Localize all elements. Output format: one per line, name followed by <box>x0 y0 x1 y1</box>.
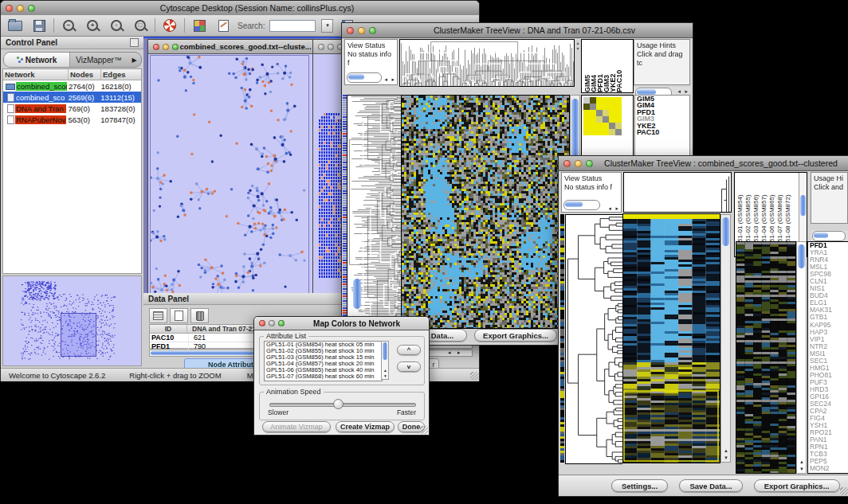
open-session-button[interactable] <box>6 18 25 34</box>
vscroll-thumb[interactable] <box>722 217 729 246</box>
close-button[interactable] <box>6 5 13 12</box>
help-button[interactable] <box>160 18 179 34</box>
col-nodes[interactable]: Nodes <box>69 69 101 80</box>
tab-network[interactable]: Network <box>4 53 70 67</box>
scroll-up-arrow[interactable]: ▲ <box>383 368 387 373</box>
attribute-list-item[interactable]: GPL51-01 (GSM854) heat shock 05 min <box>265 342 382 348</box>
col-network[interactable]: Network <box>3 69 69 80</box>
network-canvas-area[interactable] <box>150 55 309 299</box>
network-row[interactable]: DNA and Tran 07 769(0) 183728(0) <box>3 103 141 114</box>
mini-hscrollbar[interactable] <box>347 72 382 83</box>
scroll-left-arrow[interactable]: ◂ <box>448 348 451 357</box>
move-down-button[interactable]: v <box>397 361 421 372</box>
network-name[interactable]: DNA and Tran 07 <box>15 104 66 113</box>
zoom-button[interactable] <box>586 160 593 167</box>
network-name[interactable]: combined_sco <box>15 93 66 102</box>
search-dropdown-button[interactable]: ▼ <box>321 19 333 33</box>
network-name[interactable]: RNAPuberNov2+ <box>15 115 66 124</box>
treeview-action-button[interactable]: Export Graphics... <box>754 479 840 492</box>
scroll-down-arrow[interactable]: ▼ <box>799 467 804 471</box>
heatmap-zoomed[interactable] <box>736 241 796 474</box>
network-name[interactable]: combined_scores <box>16 82 67 91</box>
main-titlebar[interactable]: Cytoscape Desktop (Session Name: collins… <box>1 1 479 16</box>
minimize-button[interactable] <box>269 320 275 326</box>
close-button[interactable] <box>318 44 324 50</box>
network-row[interactable]: combined_scores 2764(0) 16218(0) <box>3 80 141 92</box>
correlation-matrix[interactable] <box>583 97 622 135</box>
dendrogram-vscroll-thumb[interactable] <box>353 279 361 309</box>
network-row[interactable]: combined_sco 2569(6) 13112(15) <box>3 92 141 103</box>
tab-vizmapper[interactable]: VizMapper™ <box>70 53 128 67</box>
gene-label[interactable]: MON2 <box>810 465 848 472</box>
dialog-titlebar[interactable]: Map Colors to Network <box>254 317 429 330</box>
save-session-button[interactable] <box>29 18 49 34</box>
adjacency-grid[interactable] <box>319 113 343 280</box>
float-panel-icon[interactable] <box>130 38 139 47</box>
scroll-down-arrow[interactable]: ▼ <box>383 373 387 378</box>
minimize-button[interactable] <box>358 27 365 34</box>
column-label[interactable]: PAC10 <box>615 41 622 92</box>
zoom-button[interactable] <box>172 44 179 50</box>
animate-vizmap-button[interactable]: Animate Vizmap <box>262 421 331 432</box>
minimize-button[interactable] <box>328 44 334 50</box>
scroll-up-arrow[interactable]: ▲ <box>724 448 728 453</box>
birds-eye-view[interactable] <box>2 275 142 366</box>
row-dendrogram[interactable] <box>347 95 402 346</box>
zoomed-vscrollbar[interactable]: ▲ ▼ <box>796 241 807 474</box>
zoom-button[interactable] <box>369 27 376 34</box>
attribute-list-item[interactable]: GPL51-06 (GSM865) heat shock 40 min <box>265 367 382 373</box>
mini-hscrollbar[interactable] <box>812 231 846 241</box>
search-input[interactable] <box>269 20 316 32</box>
zoom-button[interactable] <box>28 5 35 12</box>
zoom-in-button[interactable]: + <box>83 18 102 34</box>
scroll-down-arrow[interactable]: ▼ <box>724 455 728 460</box>
vscroll-thumb[interactable] <box>800 195 806 216</box>
heatmap-main[interactable] <box>401 95 570 329</box>
network-view-titlebar[interactable]: combined_scores_good.txt--cluste... <box>148 40 312 54</box>
heatmap-vscrollbar[interactable]: ▲ ▼ <box>720 214 731 463</box>
scroll-left-arrow[interactable]: ◂ <box>384 75 387 84</box>
column-label[interactable]: GIM4 <box>590 41 596 92</box>
close-button[interactable] <box>259 320 265 326</box>
network-table-header[interactable]: Network Nodes Edges <box>3 69 141 80</box>
pane-adjust-arrows[interactable]: ▴▾ <box>575 41 581 52</box>
new-attribute-button[interactable] <box>170 308 188 323</box>
move-up-button[interactable]: ^ <box>397 345 421 355</box>
heatmap-main[interactable] <box>622 213 720 463</box>
annotation-button[interactable] <box>214 18 233 34</box>
attribute-list-item[interactable]: GPL51-07 (GSM868) heat shock 60 min <box>265 373 382 380</box>
scroll-up-arrow[interactable]: ▲ <box>799 459 804 464</box>
close-button[interactable] <box>153 44 159 50</box>
create-vizmap-button[interactable]: Create Vizmap <box>336 421 395 432</box>
export-graphics-button[interactable]: Export Graphics... <box>474 329 557 342</box>
column-dendrogram[interactable] <box>399 39 575 87</box>
row-dendrogram[interactable] <box>565 214 622 464</box>
scroll-right-arrow[interactable]: ▸ <box>391 75 395 84</box>
tab-overflow-button[interactable]: ▶ <box>128 53 141 67</box>
column-label[interactable]: GIM3 <box>603 41 609 92</box>
vscroll-thumb[interactable] <box>383 342 387 360</box>
resize-grip[interactable] <box>420 426 428 434</box>
network-row[interactable]: RNAPuberNov2+ 563(0) 107847(0) <box>3 114 141 125</box>
mini-hscrollbar[interactable] <box>563 200 600 210</box>
speed-slider-thumb[interactable] <box>333 399 344 409</box>
minimize-button[interactable] <box>17 5 24 12</box>
resize-grip[interactable] <box>840 487 848 495</box>
col-edges[interactable]: Edges <box>101 69 141 80</box>
zoom-out-button[interactable]: − <box>59 18 78 34</box>
close-button[interactable] <box>563 160 571 167</box>
zoom-fit-button[interactable]: □ <box>131 18 150 34</box>
select-attributes-button[interactable] <box>149 308 167 323</box>
column-label[interactable]: YKE2 <box>609 41 615 92</box>
treeview-dna-titlebar[interactable]: ClusterMaker TreeView : DNA and Tran 07-… <box>342 23 693 38</box>
list-vscrollbar[interactable]: ▲ ▼ <box>381 341 389 380</box>
attribute-list-item[interactable]: GPL51-04 (GSM857) heat shock 20 min <box>265 361 382 367</box>
attribute-list-item[interactable]: GPL51-03 (GSM856) heat shock 15 min <box>265 354 382 361</box>
zoom-button[interactable] <box>278 320 285 326</box>
vscroll-thumb[interactable] <box>798 244 805 268</box>
delete-attribute-button[interactable] <box>190 308 209 323</box>
minimize-button[interactable] <box>575 160 582 167</box>
column-label[interactable]: GIM5 <box>583 41 590 92</box>
minimize-button[interactable] <box>163 44 169 50</box>
zoom-selected-button[interactable]: ▫ <box>107 18 126 34</box>
